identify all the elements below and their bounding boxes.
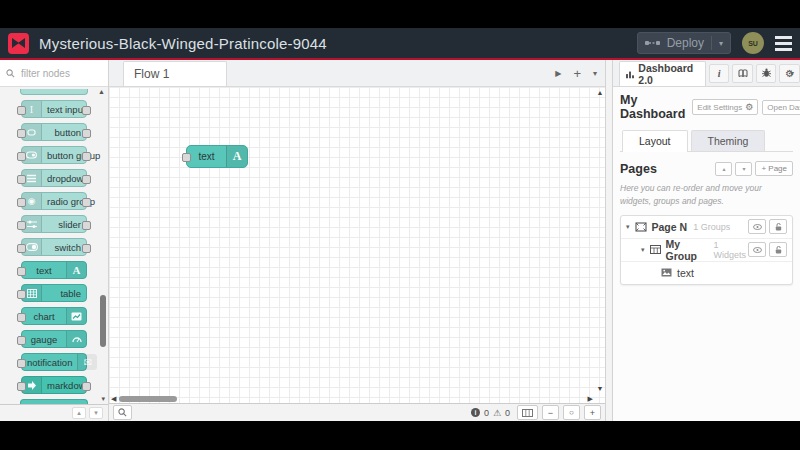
tab-layout[interactable]: Layout (622, 130, 688, 152)
output-port[interactable] (82, 382, 91, 391)
collapse-caret-icon[interactable]: ▾ (641, 246, 645, 254)
hamburger-icon (775, 36, 792, 39)
flow-tab[interactable]: Flow 1 (123, 61, 227, 86)
canvas-horizontal-scrollbar[interactable]: ◀ ▶ (109, 394, 595, 403)
tree-row-group[interactable]: ▾ My Group 1 Widgets (621, 239, 792, 262)
canvas-node-text[interactable]: text A (186, 145, 248, 168)
palette-node-dropdown[interactable]: dropdown (21, 169, 87, 187)
sidebar-menu-caret-icon[interactable]: ▾ (790, 69, 794, 78)
hscrollbar-thumb[interactable] (119, 396, 177, 402)
palette-node-radio-group[interactable]: ◉ radio group (21, 192, 87, 210)
tree-row-page[interactable]: ▾ Page N 1 Groups (621, 216, 792, 239)
palette-scroll-down-icon[interactable]: ▾ (101, 395, 105, 403)
deploy-label: Deploy (667, 36, 704, 50)
zoom-out-button[interactable]: − (542, 405, 559, 420)
warning-icon[interactable]: ⚠ (493, 408, 501, 418)
input-port[interactable] (17, 152, 26, 161)
deploy-button[interactable]: Deploy ▾ (637, 32, 731, 54)
output-port[interactable] (82, 221, 91, 230)
user-avatar[interactable]: SU (742, 32, 764, 54)
filter-nodes-input[interactable] (19, 67, 97, 80)
visibility-button[interactable] (748, 242, 766, 257)
debug-tab-button[interactable] (756, 64, 777, 83)
move-up-button[interactable]: ▴ (715, 162, 732, 176)
main-menu-button[interactable] (775, 36, 792, 51)
add-page-button[interactable]: + Page (755, 161, 793, 176)
navigator-button[interactable] (517, 405, 538, 420)
bug-icon (762, 68, 771, 78)
palette-scrollbar-thumb[interactable] (100, 295, 106, 347)
deploy-nodes-icon (645, 38, 660, 48)
output-port[interactable] (82, 175, 91, 184)
next-tab-icon[interactable]: ▶ (555, 69, 561, 78)
scroll-left-icon[interactable]: ◀ (111, 395, 116, 402)
palette-node-notification[interactable]: notification ✉ (21, 353, 87, 371)
lock-button[interactable] (769, 242, 787, 257)
tree-row-widget[interactable]: text (621, 262, 792, 284)
tab-theming[interactable]: Theming (691, 130, 766, 151)
workspace: Flow 1 ▶ + ▾ text A ▲ ▼ (109, 60, 605, 421)
palette-node-chart[interactable]: chart (21, 307, 87, 325)
input-port[interactable] (17, 221, 26, 230)
flow-list-icon[interactable]: ▾ (593, 69, 597, 78)
canvas-footer-controls: i 0 ⚠ 0 − ○ + (471, 405, 601, 420)
palette-expand-all-button[interactable]: ▾ (89, 407, 103, 419)
input-port[interactable] (17, 359, 26, 368)
move-down-button[interactable]: ▾ (735, 162, 752, 176)
deploy-caret-icon[interactable]: ▾ (719, 39, 723, 48)
palette-node-table[interactable]: table (21, 284, 87, 302)
input-port[interactable] (17, 106, 26, 115)
palette-node-text[interactable]: text A (21, 261, 87, 279)
palette-node-gauge[interactable]: gauge (21, 330, 87, 348)
palette-node-switch[interactable]: switch (21, 238, 87, 256)
output-port[interactable] (82, 129, 91, 138)
input-port[interactable] (17, 244, 26, 253)
input-port[interactable] (17, 198, 26, 207)
input-port[interactable] (182, 153, 191, 162)
output-port[interactable] (82, 106, 91, 115)
sidebar-resize-handle[interactable] (605, 60, 612, 421)
help-tab-button[interactable] (732, 64, 753, 83)
warning-count: 0 (505, 408, 510, 418)
palette-node-text-input[interactable]: I text input (21, 100, 87, 118)
input-port[interactable] (17, 175, 26, 184)
palette-scroll-up-icon[interactable]: ▲ (98, 88, 105, 95)
lock-button[interactable] (769, 219, 787, 234)
tab-dashboard-2[interactable]: Dashboard 2.0 (619, 61, 706, 86)
palette-node-button-group[interactable]: button group (21, 146, 87, 164)
palette-node-partial-top[interactable] (20, 89, 88, 95)
input-port[interactable] (17, 290, 26, 299)
visibility-button[interactable] (748, 219, 766, 234)
zoom-in-button[interactable]: + (584, 405, 601, 420)
input-port[interactable] (17, 129, 26, 138)
output-port[interactable] (82, 198, 91, 207)
palette-node-button[interactable]: button (21, 123, 87, 141)
info-count-icon[interactable]: i (471, 408, 480, 417)
scroll-down-icon[interactable]: ▼ (597, 385, 604, 392)
input-port[interactable] (17, 313, 26, 322)
canvas-footer: i 0 ⚠ 0 − ○ + (109, 403, 605, 421)
palette-scroll-area[interactable]: I text input button (0, 87, 108, 404)
edit-settings-button[interactable]: Edit Settings ⚙ (692, 99, 758, 115)
open-dashboard-button[interactable]: Open Dashboard ↗ (762, 100, 800, 115)
scroll-up-icon[interactable]: ▲ (597, 89, 604, 96)
input-port[interactable] (17, 382, 26, 391)
flow-canvas[interactable]: text A ▲ ▼ ◀ ▶ (109, 87, 605, 403)
palette-collapse-all-button[interactable]: ▴ (72, 407, 86, 419)
scroll-right-icon[interactable]: ▶ (588, 395, 593, 402)
page-icon (635, 222, 647, 232)
palette-node-markdown[interactable]: markdown (21, 376, 87, 394)
palette-node-partial-bottom[interactable] (20, 399, 88, 404)
canvas-vertical-scrollbar[interactable]: ▲ ▼ (595, 87, 605, 394)
search-icon (6, 69, 15, 78)
output-port[interactable] (82, 244, 91, 253)
info-tab-button[interactable]: i (709, 64, 730, 83)
add-flow-button[interactable]: + (573, 66, 581, 81)
output-port[interactable] (82, 152, 91, 161)
collapse-caret-icon[interactable]: ▾ (626, 223, 630, 231)
input-port[interactable] (17, 336, 26, 345)
palette-node-slider[interactable]: slider (21, 215, 87, 233)
zoom-reset-button[interactable]: ○ (563, 405, 580, 420)
canvas-search-button[interactable] (113, 405, 132, 420)
input-port[interactable] (17, 267, 26, 276)
